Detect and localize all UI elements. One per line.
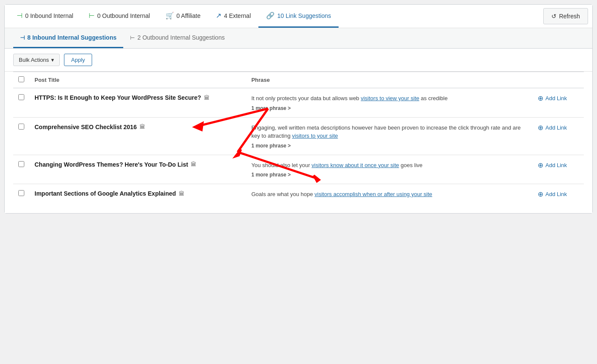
tab-external[interactable]: ↗ 4 External [208, 5, 258, 28]
add-link-button-0[interactable]: ⊕ Add Link [538, 94, 579, 102]
row-action-col-3: ⊕ Add Link [533, 184, 584, 205]
trash-icon-1[interactable]: 🏛 [139, 124, 145, 130]
add-link-plus-icon-1: ⊕ [538, 124, 543, 132]
row-phrase-col-1: Engaging, well written meta descriptions… [246, 117, 533, 155]
row-title-0: HTTPS: Is It Enough to Keep Your WordPre… [35, 94, 241, 101]
add-link-button-3[interactable]: ⊕ Add Link [538, 190, 579, 198]
table-row: Comprehensive SEO Checklist 2016🏛Engagin… [13, 117, 584, 155]
sub-tabs-bar: ⊣ 8 Inbound Internal Suggestions ⊢ 2 Out… [5, 28, 592, 49]
add-link-plus-icon-2: ⊕ [538, 161, 543, 169]
add-link-label-3: Add Link [545, 191, 567, 197]
top-tabs-bar: ⊣ 0 Inbound Internal ⊢ 0 Outbound Intern… [5, 5, 592, 28]
sub-tab-inbound-suggestions[interactable]: ⊣ 8 Inbound Internal Suggestions [13, 28, 123, 48]
row-action-col-2: ⊕ Add Link [533, 155, 584, 184]
apply-label: Apply [71, 57, 85, 63]
external-icon: ↗ [216, 12, 221, 20]
row-checkbox-col-3 [13, 184, 29, 205]
sub-tab-inbound-label: 8 Inbound Internal Suggestions [27, 34, 116, 41]
row-checkbox-col-1 [13, 117, 29, 155]
trash-icon-2[interactable]: 🏛 [191, 161, 196, 168]
select-all-checkbox[interactable] [18, 76, 24, 82]
table-row: Changing WordPress Themes? Here's Your T… [13, 155, 584, 184]
row-title-col-2: Changing WordPress Themes? Here's Your T… [29, 155, 246, 184]
row-checkbox-col-2 [13, 155, 29, 184]
row-title-2: Changing WordPress Themes? Here's Your T… [35, 161, 241, 168]
refresh-icon: ↺ [551, 13, 556, 20]
header-phrase: Phrase [246, 72, 533, 88]
sub-tab-outbound-suggestions[interactable]: ⊢ 2 Outbound Internal Suggestions [123, 28, 232, 48]
toolbar: Bulk Actions ▾ Apply [5, 49, 592, 72]
phrase-link-2[interactable]: visitors know about it once your site [312, 162, 399, 168]
tab-spacer [339, 5, 543, 28]
tab-affiliate[interactable]: 🛒 0 Affiliate [158, 5, 209, 28]
row-title-col-3: Important Sections of Google Analytics E… [29, 184, 246, 205]
more-phrase-2[interactable]: 1 more phrase > [251, 172, 527, 178]
table-row: Important Sections of Google Analytics E… [13, 184, 584, 205]
sub-tab-outbound-label: 2 Outbound Internal Suggestions [137, 34, 225, 41]
bulk-actions-chevron-icon: ▾ [51, 57, 54, 63]
trash-icon-0[interactable]: 🏛 [204, 95, 209, 101]
row-checkbox-2[interactable] [18, 161, 24, 167]
tab-inbound-internal[interactable]: ⊣ 0 Inbound Internal [9, 5, 81, 28]
row-phrase-text-3: Goals are what you hope visitors accompl… [251, 190, 527, 199]
add-link-label-0: Add Link [545, 95, 567, 101]
row-checkbox-3[interactable] [18, 190, 24, 196]
more-phrase-0[interactable]: 1 more phrase > [251, 105, 527, 111]
phrase-link-3[interactable]: visitors accomplish when or after using … [315, 191, 432, 197]
row-action-col-1: ⊕ Add Link [533, 117, 584, 155]
outbound-internal-icon: ⊢ [89, 12, 95, 20]
row-phrase-text-1: Engaging, well written meta descriptions… [251, 124, 527, 140]
table-body: HTTPS: Is It Enough to Keep Your WordPre… [13, 88, 584, 205]
bulk-actions-label: Bulk Actions [19, 57, 49, 63]
row-title-col-0: HTTPS: Is It Enough to Keep Your WordPre… [29, 88, 246, 118]
inbound-internal-icon: ⊣ [17, 12, 23, 20]
tab-link-suggestions-label: 10 Link Suggestions [277, 12, 331, 19]
refresh-label: Refresh [559, 13, 580, 20]
row-phrase-text-0: It not only protects your data but allow… [251, 94, 527, 103]
row-action-col-0: ⊕ Add Link [533, 88, 584, 118]
row-checkbox-1[interactable] [18, 124, 24, 130]
phrase-link-1[interactable]: visitors to your site [292, 133, 338, 139]
link-suggestions-icon: 🔗 [266, 12, 275, 20]
row-checkbox-col-0 [13, 88, 29, 118]
more-phrase-1[interactable]: 1 more phrase > [251, 143, 527, 149]
row-title-col-1: Comprehensive SEO Checklist 2016🏛 [29, 117, 246, 155]
row-phrase-text-2: You should also let your visitors know a… [251, 161, 527, 170]
tab-link-suggestions[interactable]: 🔗 10 Link Suggestions [258, 5, 339, 28]
bulk-actions-button[interactable]: Bulk Actions ▾ [13, 54, 60, 66]
suggestions-table: Post Title Phrase HTTPS: Is It Enough to… [13, 72, 584, 205]
table-header-row: Post Title Phrase [13, 72, 584, 88]
row-phrase-col-2: You should also let your visitors know a… [246, 155, 533, 184]
tab-inbound-internal-label: 0 Inbound Internal [25, 12, 73, 19]
row-checkbox-0[interactable] [18, 94, 24, 100]
outbound-suggestions-icon: ⊢ [130, 35, 135, 41]
tab-outbound-internal[interactable]: ⊢ 0 Outbound Internal [81, 5, 158, 28]
row-title-3: Important Sections of Google Analytics E… [35, 190, 241, 197]
add-link-plus-icon-0: ⊕ [538, 94, 543, 102]
add-link-label-1: Add Link [545, 124, 567, 131]
row-title-1: Comprehensive SEO Checklist 2016🏛 [35, 124, 241, 130]
tab-affiliate-label: 0 Affiliate [177, 12, 201, 19]
tab-outbound-internal-label: 0 Outbound Internal [97, 12, 150, 19]
suggestions-table-wrap: Post Title Phrase HTTPS: Is It Enough to… [5, 72, 592, 213]
tab-external-label: 4 External [224, 12, 251, 19]
header-checkbox-col [13, 72, 29, 88]
refresh-button[interactable]: ↺ Refresh [543, 8, 588, 24]
phrase-link-0[interactable]: visitors to view your site [361, 95, 419, 101]
header-post-title: Post Title [29, 72, 246, 88]
table-row: HTTPS: Is It Enough to Keep Your WordPre… [13, 88, 584, 118]
header-action [533, 72, 584, 88]
add-link-button-1[interactable]: ⊕ Add Link [538, 124, 579, 132]
add-link-label-2: Add Link [545, 162, 567, 168]
apply-button[interactable]: Apply [64, 54, 93, 66]
row-phrase-col-3: Goals are what you hope visitors accompl… [246, 184, 533, 205]
row-phrase-col-0: It not only protects your data but allow… [246, 88, 533, 118]
affiliate-icon: 🛒 [165, 12, 174, 20]
inbound-suggestions-icon: ⊣ [20, 35, 25, 41]
trash-icon-3[interactable]: 🏛 [179, 191, 184, 197]
add-link-plus-icon-3: ⊕ [538, 190, 543, 198]
add-link-button-2[interactable]: ⊕ Add Link [538, 161, 579, 169]
